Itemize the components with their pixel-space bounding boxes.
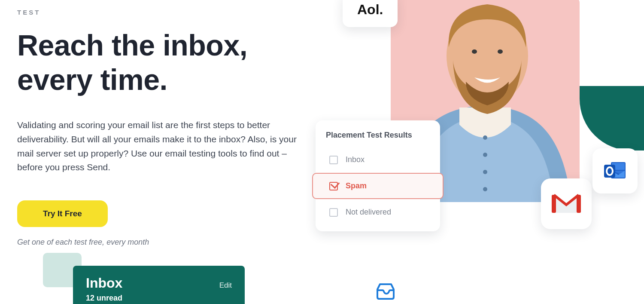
- svg-point-4: [483, 135, 487, 140]
- decorative-green-shape: [580, 86, 644, 150]
- placement-row-label: Inbox: [346, 155, 365, 164]
- try-it-free-button[interactable]: Try It Free: [17, 200, 108, 227]
- svg-point-6: [483, 170, 487, 174]
- placement-row-not-delivered[interactable]: Not delivered: [326, 202, 430, 223]
- page-headline: Reach the inbox, every time.: [17, 28, 309, 97]
- svg-point-7: [483, 187, 487, 191]
- svg-rect-8: [552, 195, 556, 213]
- aol-logo-text: Aol.: [357, 2, 383, 17]
- page-subcopy: Validating and scoring your email list a…: [17, 118, 305, 174]
- inbox-tray-icon: [376, 283, 395, 300]
- inbox-unread-count: 12 unread: [86, 294, 232, 303]
- checkbox-icon: [329, 156, 338, 164]
- inbox-title: Inbox: [86, 275, 122, 291]
- gmail-icon: [551, 192, 582, 215]
- outlook-badge: [592, 148, 638, 193]
- placement-row-label: Spam: [346, 181, 367, 190]
- svg-point-2: [472, 49, 477, 54]
- placement-row-label: Not delivered: [346, 208, 391, 217]
- checkbox-icon: [329, 208, 338, 217]
- placement-row-inbox[interactable]: Inbox: [326, 149, 430, 170]
- gmail-badge: [541, 178, 592, 229]
- eyebrow-label: TEST: [17, 9, 309, 16]
- aol-badge: Aol.: [343, 0, 398, 27]
- placement-test-card: Placement Test Results Inbox Spam Not de…: [316, 120, 440, 231]
- outlook-icon: [603, 160, 627, 182]
- svg-rect-9: [577, 195, 581, 213]
- checkbox-checked-icon: [329, 182, 338, 190]
- svg-point-3: [498, 49, 503, 54]
- placement-row-spam[interactable]: Spam: [312, 173, 444, 199]
- inbox-card: Inbox Edit 12 unread: [73, 266, 245, 304]
- svg-point-5: [483, 153, 487, 157]
- cta-subtext: Get one of each test free, every month: [17, 238, 309, 247]
- placement-card-title: Placement Test Results: [326, 131, 430, 140]
- inbox-edit-link[interactable]: Edit: [219, 281, 232, 290]
